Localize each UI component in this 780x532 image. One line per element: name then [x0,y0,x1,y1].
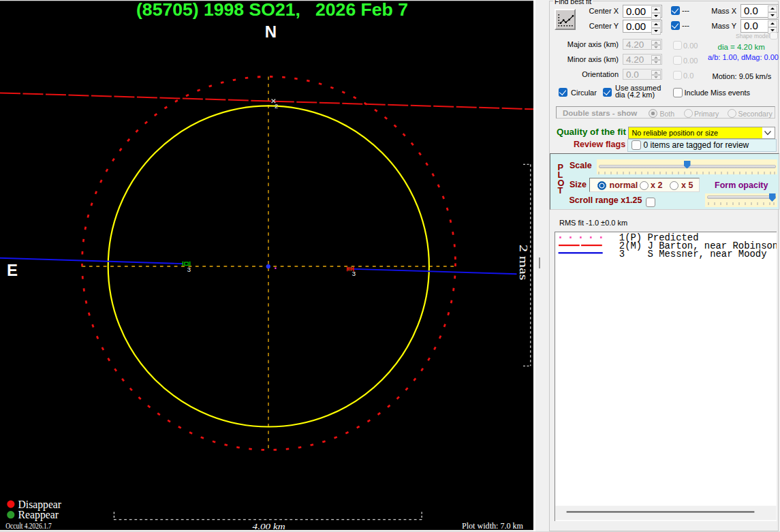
svg-text:3: 3 [352,270,356,277]
svg-text:Occult 4.2026.1.7: Occult 4.2026.1.7 [5,521,52,531]
svg-text:3: 3 [187,266,191,273]
svg-text:(85705) 1998 SO21, 2026 Feb: (85705) 1998 SO21, 2026 Feb 7 [136,0,408,19]
svg-text:E: E [7,261,18,279]
svg-text:Reappear: Reappear [18,508,59,521]
svg-text:Plot width: 7.0 km: Plot width: 7.0 km [462,520,523,531]
svg-text:4.00 km: 4.00 km [253,521,285,531]
svg-text:3 S Messner, near Moody: 3 S Messner, near Moody [619,249,767,260]
svg-text:N: N [265,22,277,41]
svg-text:2: 2 [275,102,278,110]
svg-text:2 mas: 2 mas [517,245,530,281]
